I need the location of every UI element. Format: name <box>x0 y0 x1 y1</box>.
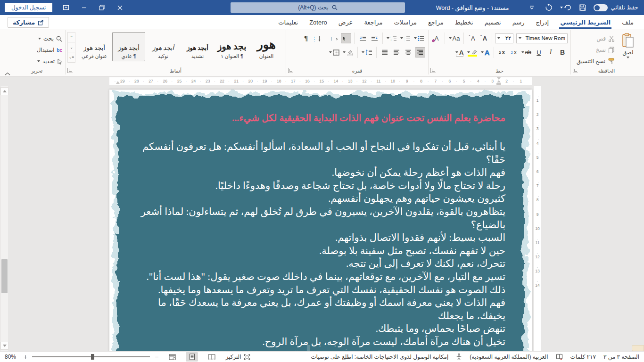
borders-button[interactable] <box>328 47 340 58</box>
scroll-up-icon[interactable] <box>0 87 8 95</box>
strikethrough-button[interactable]: ab <box>520 47 532 58</box>
font-dialog-launcher[interactable] <box>430 68 436 73</box>
align-right-button[interactable] <box>415 47 425 58</box>
style-card-normal[interactable]: أبجد هوز¶ عادي <box>112 32 145 61</box>
decrease-indent-button[interactable] <box>357 33 368 43</box>
style-card-heading1[interactable]: بجد هوز¶ العنوان ١ <box>215 32 248 61</box>
underline-button[interactable]: U <box>534 47 544 58</box>
collapse-ribbon-icon[interactable] <box>4 69 10 74</box>
print-layout-button[interactable] <box>186 352 198 362</box>
font-color-button[interactable]: A <box>454 47 465 58</box>
text-effects-button[interactable]: A <box>480 47 491 58</box>
bold-button[interactable]: B <box>557 47 568 58</box>
tab-design[interactable]: تصميم <box>480 16 506 29</box>
paragraph-dialog-launcher[interactable] <box>288 68 293 73</box>
change-case-button[interactable]: Aa <box>448 33 461 43</box>
quick-access-toolbar-chevron-icon[interactable] <box>526 1 538 14</box>
style-card-title[interactable]: هورالعنوان <box>250 32 283 61</box>
show-paragraph-marks-button[interactable]: ¶ <box>301 33 311 43</box>
ltr-text-direction-button[interactable]: ¶ <box>329 33 339 43</box>
save-button[interactable] <box>577 1 589 14</box>
rtl-text-direction-button[interactable]: ¶ <box>341 33 351 43</box>
repeat-button[interactable] <box>543 1 555 14</box>
style-card-emphasis[interactable]: أبجد هوزتوكيد <box>147 32 180 61</box>
multilevel-list-button[interactable]: ai <box>386 33 398 43</box>
undo-button[interactable] <box>560 1 572 14</box>
align-left-button[interactable] <box>391 47 402 58</box>
share-button[interactable]: مشاركة <box>8 17 49 28</box>
search-input[interactable]: بحث (Alt+Q) <box>231 2 405 13</box>
tab-review[interactable]: مراجعة <box>359 16 387 29</box>
zoom-slider-thumb[interactable] <box>91 354 94 360</box>
zoom-level[interactable]: 80% <box>5 354 16 360</box>
page-indicator[interactable]: الصفحة ٣ من ٣ <box>603 354 639 360</box>
font-size-select[interactable]: ٢٢ <box>495 33 513 43</box>
style-card-subtitle[interactable]: أبجد هوزعنوان فرعي <box>78 32 111 61</box>
sign-in-button[interactable]: تسجيل الدخول <box>5 3 52 12</box>
styles-more-icon[interactable]: ≡⌄ <box>68 52 75 62</box>
find-button[interactable]: بحث <box>11 34 62 43</box>
tab-zotero[interactable]: Zotero <box>305 16 332 29</box>
replace-button[interactable]: bc استبدال <box>11 45 62 55</box>
format-painter-button[interactable]: نسخ التنسيق <box>577 56 615 66</box>
horizontal-ruler[interactable]: 1234567891011121314151617181920212223242… <box>109 77 532 85</box>
autosave-toggle[interactable]: حفظ تلقائي <box>594 4 638 11</box>
highlight-color-button[interactable] <box>466 47 479 58</box>
language-indicator[interactable]: العربية (المملكة العربية السعودية) <box>470 354 548 360</box>
styles-scroll-down-icon[interactable]: ⌄ <box>68 42 75 52</box>
tab-file[interactable]: ملف <box>617 16 638 29</box>
tab-insert[interactable]: إدراج <box>531 16 554 29</box>
web-layout-button[interactable] <box>166 352 178 362</box>
shrink-font-button[interactable]: Aˇ <box>467 33 477 43</box>
focus-mode-button[interactable]: التركيز <box>225 354 250 360</box>
document-text[interactable]: محاضرة بعلم النفس تحت عنوان فهم الذات ال… <box>131 112 505 351</box>
select-button[interactable]: تحديد <box>11 57 62 66</box>
styles-scroll-up-icon[interactable]: ⌃ <box>68 33 75 42</box>
cut-button[interactable]: قص <box>577 33 615 43</box>
paste-button[interactable]: لصق <box>617 32 639 66</box>
subscript-button[interactable]: x2 <box>509 47 519 58</box>
clear-formatting-button[interactable]: A <box>431 33 442 43</box>
tab-draw[interactable]: رسم <box>508 16 529 29</box>
accessibility-icon[interactable] <box>456 354 462 360</box>
grow-font-button[interactable]: Aˆ <box>479 33 489 43</box>
tab-references[interactable]: مراجع <box>423 16 448 29</box>
zoom-out-button[interactable]: − <box>155 353 158 361</box>
vertical-ruler[interactable]: 1234567891011121314 <box>534 86 541 351</box>
document-page[interactable]: محاضرة بعلم النفس تحت عنوان فهم الذات ال… <box>109 90 532 351</box>
shading-button[interactable] <box>342 47 355 58</box>
tab-view[interactable]: عرض <box>334 16 358 29</box>
numbering-button[interactable]: 123 <box>399 33 412 43</box>
line-spacing-button[interactable] <box>361 47 373 58</box>
clipboard-dialog-launcher[interactable] <box>573 68 578 73</box>
word-count[interactable]: ٢١٧ كلمات <box>570 354 596 360</box>
restore-button[interactable] <box>94 0 110 15</box>
sort-button[interactable]: AZ <box>313 33 323 43</box>
styles-dialog-launcher[interactable] <box>67 68 73 73</box>
copy-button[interactable]: نسخ <box>577 45 615 55</box>
read-mode-button[interactable] <box>206 352 218 362</box>
tab-home[interactable]: الشريط الرئيسي <box>555 16 615 29</box>
italic-button[interactable]: I <box>545 47 556 58</box>
accessibility-status[interactable]: إمكانية الوصول لذوي الاحتياجات الخاصة: ا… <box>311 354 448 360</box>
align-center-button[interactable] <box>403 47 413 58</box>
zoom-slider[interactable] <box>32 356 150 357</box>
justify-button[interactable] <box>380 47 390 58</box>
close-button[interactable] <box>112 0 128 15</box>
scroll-down-icon[interactable] <box>0 342 8 350</box>
style-card-strong[interactable]: أبجد هوزتشديد <box>181 32 214 61</box>
bullets-button[interactable] <box>413 33 425 43</box>
minimize-button[interactable] <box>76 0 92 15</box>
superscript-button[interactable]: x2 <box>497 47 507 58</box>
autosave-switch[interactable] <box>594 4 608 11</box>
zoom-in-button[interactable]: + <box>24 353 27 361</box>
increase-indent-button[interactable] <box>369 33 380 43</box>
tab-mailings[interactable]: مراسلات <box>389 16 421 29</box>
scrollbar-thumb[interactable] <box>1 259 8 293</box>
font-name-select[interactable]: Times New Rom <box>516 33 568 43</box>
tab-help[interactable]: تعليمات <box>273 16 303 29</box>
vertical-scrollbar[interactable] <box>0 86 8 351</box>
proofing-errors-icon[interactable] <box>556 354 563 360</box>
ribbon-display-options-icon[interactable] <box>58 0 74 15</box>
tab-layout[interactable]: تخطيط <box>450 16 478 29</box>
